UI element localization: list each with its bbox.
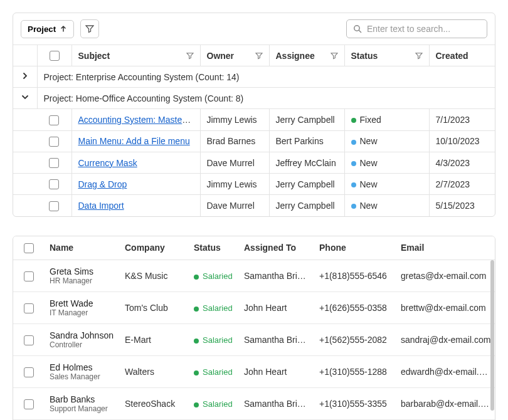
select-all-checkbox[interactable]	[24, 243, 34, 253]
status-cell: New	[344, 130, 429, 152]
created-cell: 10/10/2023	[429, 130, 495, 152]
status-header[interactable]: Status	[189, 236, 239, 260]
subject-link[interactable]: Data Import	[78, 201, 124, 211]
table-row: Sandra JohnsonControllerE-MartSalariedSa…	[13, 324, 495, 356]
scrollbar[interactable]	[490, 260, 494, 411]
group-row[interactable]: Project: Enterprise Accounting System (C…	[13, 66, 495, 88]
row-checkbox[interactable]	[49, 179, 59, 189]
assigned-header[interactable]: Assigned To	[239, 236, 314, 260]
company-cell: Walters	[120, 356, 189, 388]
company-cell: Tom's Club	[120, 292, 189, 324]
created-cell: 2/7/2023	[429, 174, 495, 195]
issues-grid: Project Subject Owner	[13, 13, 495, 217]
row-checkbox[interactable]	[49, 201, 59, 211]
chevron-right-icon[interactable]	[21, 71, 29, 80]
email-cell: sandraj@dx-email.com	[396, 324, 495, 356]
filter-button[interactable]	[80, 19, 99, 38]
expand-header	[13, 45, 37, 66]
subject-header[interactable]: Subject	[71, 45, 200, 66]
email-cell: brettw@dx-email.com	[396, 292, 495, 324]
employee-title: Controller	[50, 340, 115, 349]
group-label: Project: Enterprise Accounting System (C…	[37, 66, 495, 88]
status-cell: New	[344, 195, 429, 216]
status-header[interactable]: Status	[344, 45, 429, 66]
status-dot-icon	[194, 402, 199, 407]
project-sort-button[interactable]: Project	[21, 20, 74, 38]
search-input[interactable]	[367, 24, 480, 34]
row-checkbox[interactable]	[24, 271, 34, 281]
owner-cell: Jimmy Lewis	[200, 174, 269, 195]
created-cell: 7/1/2023	[429, 109, 495, 130]
assignee-header-label: Assignee	[276, 51, 315, 61]
company-cell: E-Mart	[120, 324, 189, 356]
status-dot-icon	[351, 161, 356, 166]
employee-name: Sandra Johnson	[50, 330, 115, 340]
assignee-header[interactable]: Assignee	[269, 45, 344, 66]
svg-line-1	[359, 30, 361, 33]
status-dot-icon	[351, 140, 356, 145]
employee-title: Support Manager	[50, 404, 115, 413]
company-header[interactable]: Company	[120, 236, 189, 260]
owner-header[interactable]: Owner	[200, 45, 269, 66]
group-label: Project: Home-Office Accounting System (…	[37, 88, 495, 109]
row-checkbox[interactable]	[49, 115, 59, 125]
status-cell: Salaried	[194, 303, 233, 313]
group-row[interactable]: Project: Home-Office Accounting System (…	[13, 88, 495, 109]
subject-link[interactable]: Currency Mask	[78, 158, 137, 168]
email-header[interactable]: Email	[396, 236, 495, 260]
row-checkbox[interactable]	[24, 367, 34, 377]
assigned-cell: John Heart	[239, 292, 314, 324]
chevron-down-icon[interactable]	[21, 93, 29, 102]
assigned-cell: Samantha Bright	[239, 260, 314, 292]
row-checkbox[interactable]	[24, 303, 34, 313]
employee-name: Ed Holmes	[50, 362, 115, 372]
created-cell: 5/15/2023	[429, 195, 495, 216]
row-checkbox[interactable]	[24, 399, 34, 409]
row-checkbox[interactable]	[49, 137, 59, 147]
employee-title: HR Manager	[50, 276, 115, 285]
phone-header[interactable]: Phone	[314, 236, 396, 260]
email-cell: barbarab@dx-email.com	[396, 388, 495, 420]
email-cell: gretas@dx-email.com	[396, 260, 495, 292]
grid-toolbar: Project	[13, 13, 495, 45]
assignee-cell: Bert Parkins	[269, 130, 344, 152]
filter-icon[interactable]	[415, 52, 423, 60]
employee-title: Sales Manager	[50, 372, 115, 381]
status-cell: Salaried	[194, 335, 233, 345]
phone-cell: +1(818)555-6546	[314, 260, 396, 292]
subject-link[interactable]: Drag & Drop	[78, 179, 127, 189]
table-row: Data ImportDave MurrelJerry CampbellNew5…	[13, 195, 495, 216]
phone-cell: +1(562)555-2082	[314, 324, 396, 356]
table-row: Greta SimsHR ManagerK&S MusicSalariedSam…	[13, 260, 495, 292]
filter-icon[interactable]	[331, 52, 338, 60]
subject-link[interactable]: Main Menu: Add a File menu	[78, 136, 190, 146]
owner-header-label: Owner	[207, 51, 235, 61]
table-row: Currency MaskDave MurrelJeffrey McClainN…	[13, 152, 495, 173]
company-cell: StereoShack	[120, 388, 189, 420]
status-dot-icon	[194, 370, 199, 375]
owner-cell: Dave Murrel	[200, 152, 269, 173]
filter-icon[interactable]	[186, 52, 194, 60]
employee-name: Barb Banks	[50, 394, 115, 404]
owner-cell: Brad Barnes	[200, 130, 269, 152]
select-all-checkbox[interactable]	[50, 51, 60, 61]
sort-asc-icon	[60, 25, 67, 33]
filter-icon[interactable]	[255, 52, 263, 60]
select-all-header	[13, 236, 45, 260]
employees-table: Name Company Status Assigned To Phone Em…	[13, 236, 495, 420]
select-all-header	[37, 45, 71, 66]
assigned-cell: Samantha Bright	[239, 324, 314, 356]
subject-link[interactable]: Accounting System: MasterView	[78, 115, 201, 125]
search-icon	[353, 24, 362, 33]
table-row: Brett WadeIT ManagerTom's ClubSalariedJo…	[13, 292, 495, 324]
created-header[interactable]: Created	[429, 45, 495, 66]
employees-grid: Name Company Status Assigned To Phone Em…	[13, 236, 495, 420]
row-checkbox[interactable]	[49, 158, 59, 168]
status-dot-icon	[351, 182, 356, 187]
name-header[interactable]: Name	[45, 236, 120, 260]
table-row: Ed HolmesSales ManagerWaltersSalariedJoh…	[13, 356, 495, 388]
table-row: Accounting System: MasterViewJimmy Lewis…	[13, 109, 495, 130]
project-sort-label: Project	[28, 24, 56, 34]
row-checkbox[interactable]	[24, 335, 34, 345]
search-box[interactable]	[346, 19, 487, 38]
